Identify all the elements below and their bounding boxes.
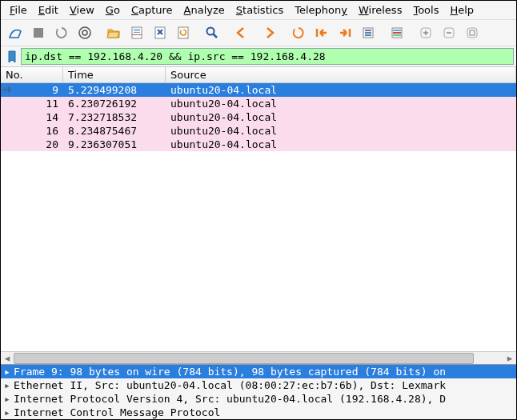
svg-point-1 — [79, 27, 90, 38]
expand-arrow-icon[interactable]: ▸ — [4, 406, 14, 419]
expand-arrow-icon[interactable]: ▸ — [4, 392, 14, 406]
packet-list-header: No. Time Source — [1, 67, 516, 83]
cell-time: 7.232718532 — [63, 110, 166, 124]
scroll-thumb[interactable] — [14, 353, 474, 364]
menu-tools[interactable]: Tools — [407, 2, 444, 18]
options-icon[interactable] — [74, 22, 96, 44]
zoom-in-icon[interactable] — [415, 22, 437, 44]
detail-text: Frame 9: 98 bytes on wire (784 bits), 98… — [14, 365, 446, 378]
zoom-reset-icon[interactable] — [461, 22, 483, 44]
svg-rect-6 — [134, 32, 140, 33]
reload-icon[interactable] — [172, 22, 194, 44]
cell-no: 9 — [1, 83, 63, 97]
packet-row[interactable]: 147.232718532ubuntu20-04.local — [1, 110, 516, 124]
detail-text: Internet Protocol Version 4, Src: ubuntu… — [14, 392, 446, 406]
cell-time: 6.230726192 — [63, 97, 166, 110]
svg-rect-15 — [393, 34, 401, 36]
svg-rect-7 — [132, 34, 142, 35]
stop-icon[interactable] — [27, 22, 50, 44]
scroll-right-icon[interactable]: ▸ — [503, 352, 516, 365]
expand-arrow-icon[interactable]: ▸ — [4, 378, 14, 392]
svg-rect-18 — [467, 28, 477, 38]
svg-rect-14 — [393, 32, 401, 34]
cell-time: 8.234875467 — [63, 124, 166, 138]
restart-icon[interactable] — [50, 22, 73, 44]
svg-point-10 — [207, 28, 214, 35]
cell-time: 5.229499208 — [63, 83, 166, 97]
cell-no: 14 — [1, 110, 63, 124]
packet-details[interactable]: ▸Frame 9: 98 bytes on wire (784 bits), 9… — [1, 364, 516, 419]
svg-rect-19 — [470, 30, 475, 35]
expand-arrow-icon[interactable]: ▸ — [4, 365, 14, 378]
column-header-time[interactable]: Time — [63, 67, 166, 82]
menu-telephon[interactable]: Telephony — [289, 2, 353, 18]
shark-fin-icon[interactable] — [4, 22, 26, 44]
menu-help[interactable]: Help — [444, 2, 479, 18]
go-last-icon[interactable] — [334, 22, 356, 44]
menu-wireless[interactable]: Wireless — [353, 2, 407, 18]
menu-edit[interactable]: Edit — [33, 2, 64, 18]
detail-line[interactable]: ▸Ethernet II, Src: ubuntu20-04.local (08… — [1, 378, 516, 392]
close-icon[interactable] — [149, 22, 171, 44]
detail-line[interactable]: ▸Internet Control Message Protocol — [1, 406, 516, 419]
menu-analyze[interactable]: Analyze — [178, 2, 230, 18]
detail-text: Ethernet II, Src: ubuntu20-04.local (08:… — [14, 378, 446, 392]
find-icon[interactable] — [201, 22, 223, 44]
column-header-source[interactable]: Source — [166, 67, 516, 82]
svg-rect-13 — [393, 30, 401, 31]
cell-no: 11 — [1, 97, 63, 110]
cell-source: ubuntu20-04.local — [166, 110, 516, 124]
packet-list-hscrollbar[interactable]: ◂ ▸ — [1, 351, 516, 364]
detail-line[interactable]: ▸Internet Protocol Version 4, Src: ubunt… — [1, 392, 516, 406]
go-back-icon[interactable] — [230, 22, 252, 44]
filter-bar — [1, 46, 516, 66]
packet-list: No. Time Source 95.229499208ubuntu20-04.… — [1, 66, 516, 364]
display-filter-input[interactable] — [21, 48, 514, 65]
go-forward-icon[interactable] — [258, 22, 281, 44]
packet-row[interactable]: 116.230726192ubuntu20-04.local — [1, 97, 516, 110]
svg-rect-4 — [134, 29, 140, 30]
cell-source: ubuntu20-04.local — [166, 83, 516, 97]
menu-view[interactable]: View — [64, 2, 100, 18]
cell-source: ubuntu20-04.local — [166, 97, 516, 110]
jump-icon[interactable] — [287, 22, 310, 44]
go-first-icon[interactable] — [311, 22, 333, 44]
cell-source: ubuntu20-04.local — [166, 124, 516, 138]
svg-rect-0 — [34, 28, 43, 38]
svg-rect-5 — [134, 30, 140, 31]
detail-line[interactable]: ▸Frame 9: 98 bytes on wire (784 bits), 9… — [1, 365, 516, 378]
bookmark-icon[interactable] — [6, 50, 18, 63]
menu-bar: FileEditViewGoCaptureAnalyzeStatisticsTe… — [1, 1, 516, 20]
packet-row[interactable]: 209.236307051ubuntu20-04.local — [1, 138, 516, 151]
colorize-icon[interactable] — [386, 22, 408, 44]
zoom-out-icon[interactable] — [438, 22, 460, 44]
packet-row[interactable]: 168.234875467ubuntu20-04.local — [1, 124, 516, 138]
cell-time: 9.236307051 — [63, 138, 166, 151]
scroll-left-icon[interactable]: ◂ — [1, 352, 14, 365]
svg-point-2 — [82, 30, 87, 35]
packet-list-body[interactable]: 95.229499208ubuntu20-04.local116.2307261… — [1, 83, 516, 351]
column-header-no[interactable]: No. — [1, 67, 63, 82]
cell-source: ubuntu20-04.local — [166, 138, 516, 151]
detail-text: Internet Control Message Protocol — [14, 406, 220, 419]
save-icon[interactable] — [126, 22, 148, 44]
menu-statistics[interactable]: Statistics — [230, 2, 289, 18]
cell-no: 20 — [1, 138, 63, 151]
cell-no: 16 — [1, 124, 63, 138]
packet-row[interactable]: 95.229499208ubuntu20-04.local — [1, 83, 516, 97]
toolbar — [1, 20, 516, 46]
autoscroll-icon[interactable] — [357, 22, 379, 44]
menu-capture[interactable]: Capture — [126, 2, 178, 18]
menu-go[interactable]: Go — [100, 2, 126, 18]
open-icon[interactable] — [102, 22, 125, 44]
menu-file[interactable]: File — [4, 2, 33, 18]
